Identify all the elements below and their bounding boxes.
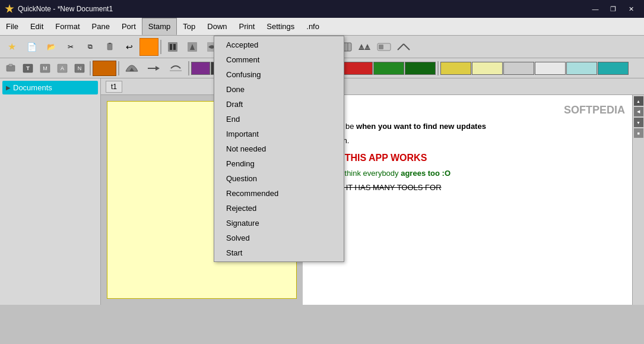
open-button[interactable]: 📂 <box>42 38 61 56</box>
undo-button[interactable]: ↩ <box>120 38 139 56</box>
svg-rect-4 <box>173 44 176 50</box>
menu-top[interactable]: Top <box>177 18 201 35</box>
sidebar: ▶ Documents <box>0 78 101 305</box>
right-sidebar-item4[interactable]: ■ <box>634 128 643 138</box>
stamp-rejected[interactable]: Rejected <box>214 201 344 216</box>
svg-marker-39 <box>156 66 160 71</box>
tb2-btn1[interactable] <box>2 59 19 77</box>
tb-right7[interactable] <box>375 38 394 56</box>
swatch-white-gray[interactable] <box>535 62 566 75</box>
svg-line-26 <box>404 44 410 50</box>
swatch-purple[interactable] <box>191 62 210 75</box>
content-area: t1 SOFTPEDIA e place to be when you want… <box>101 78 644 305</box>
menu-bar: File Edit Format Pane Port Stamp Top Dow… <box>0 18 644 36</box>
swatch-light-gray[interactable] <box>503 62 534 75</box>
tb2-btn2[interactable]: T <box>20 59 36 77</box>
menu-format[interactable]: Format <box>49 18 85 35</box>
sidebar-item-documents-label: Documents <box>13 83 52 92</box>
stamp-draft[interactable]: Draft <box>214 97 344 112</box>
menu-file[interactable]: File <box>0 18 24 35</box>
tab-label[interactable]: t1 <box>106 81 122 93</box>
toolbar-sep1 <box>160 40 161 54</box>
document-area: SOFTPEDIA e place to be when you want to… <box>101 95 644 305</box>
tb2-arrow2[interactable] <box>143 59 164 77</box>
menu-stamp[interactable]: Stamp <box>142 18 177 35</box>
stamp-dropdown: Accepted Comment Confusing Done Draft En… <box>214 36 344 262</box>
tb-btn1[interactable] <box>163 38 182 56</box>
stamp-question[interactable]: Question <box>214 171 344 186</box>
right-sidebar-item1[interactable]: ▲ <box>634 96 643 106</box>
stamp-done[interactable]: Done <box>214 82 344 97</box>
swatch-dark-green[interactable] <box>405 62 436 75</box>
sidebar-item-documents[interactable]: ▶ Documents <box>2 81 98 94</box>
softpedia-watermark: SOFTPEDIA <box>310 102 625 118</box>
title-bar-text: QuickNote - *New Document1 <box>18 5 113 13</box>
tb2-arrow3[interactable] <box>165 59 186 77</box>
stamp-menu: Accepted Comment Confusing Done Draft En… <box>214 36 344 262</box>
color-btn-orange[interactable] <box>139 38 158 56</box>
svg-rect-28 <box>9 64 12 67</box>
right-sidebar: ▲ ◀ ▼ ■ <box>632 95 644 305</box>
stamp-end[interactable]: End <box>214 112 344 127</box>
tb2-arrow1[interactable] <box>121 59 142 77</box>
expand-icon: ▶ <box>6 84 11 91</box>
svg-marker-20 <box>364 44 370 50</box>
cut-button[interactable]: ✂ <box>61 38 80 56</box>
swatch-red[interactable] <box>342 62 373 75</box>
tb2-btn3[interactable]: M <box>37 59 53 77</box>
tb2-sep3 <box>188 61 189 75</box>
menu-pane[interactable]: Pane <box>86 18 116 35</box>
copy-button[interactable]: ⧉ <box>81 38 100 56</box>
svg-rect-2 <box>168 42 177 52</box>
svg-rect-1 <box>109 43 111 44</box>
doc-text-area[interactable]: SOFTPEDIA e place to be when you want to… <box>303 95 632 305</box>
swatch-light-yellow[interactable] <box>472 62 503 75</box>
menu-settings[interactable]: Settings <box>261 18 300 35</box>
menu-info[interactable]: .nfo <box>300 18 325 35</box>
tb-right8[interactable] <box>394 38 413 56</box>
stamp-accepted[interactable]: Accepted <box>214 37 344 52</box>
tb2-btn5[interactable]: N <box>71 59 88 77</box>
menu-down[interactable]: Down <box>201 18 233 35</box>
swatch-teal[interactable] <box>598 62 629 75</box>
menu-print[interactable]: Print <box>233 18 261 35</box>
right-sidebar-item3[interactable]: ▼ <box>634 118 643 127</box>
svg-rect-0 <box>107 43 112 50</box>
swatch-yellow[interactable] <box>440 62 471 75</box>
paste-button[interactable] <box>100 38 119 56</box>
svg-text:A: A <box>61 65 64 71</box>
tb-btn2[interactable] <box>183 38 202 56</box>
tb2-sep2 <box>118 61 119 75</box>
stamp-not-needed[interactable]: Not needed <box>214 141 344 156</box>
menu-port[interactable]: Port <box>116 18 142 35</box>
app-icon <box>5 4 14 14</box>
minimize-button[interactable]: — <box>587 3 604 15</box>
stamp-signature[interactable]: Signature <box>214 216 344 231</box>
swatch-cyan-light[interactable] <box>566 62 597 75</box>
svg-rect-3 <box>170 44 172 50</box>
right-sidebar-item2[interactable]: ◀ <box>634 107 643 116</box>
new-doc-button[interactable]: 📄 <box>22 38 41 56</box>
doc-line-last: T ... <box>310 195 625 207</box>
menu-edit[interactable]: Edit <box>24 18 49 35</box>
svg-text:N: N <box>78 65 82 71</box>
tb-right6[interactable] <box>355 38 374 56</box>
tb2-btn4[interactable]: A <box>54 59 71 77</box>
stamp-important[interactable]: Important <box>214 127 344 141</box>
title-bar: QuickNote - *New Document1 — ❐ ✕ <box>0 0 644 18</box>
stamp-solved[interactable]: Solved <box>214 231 344 245</box>
stamp-pending[interactable]: Pending <box>214 156 344 171</box>
doc-heading: E HOW THIS APP WORKS <box>310 151 625 165</box>
content-header: t1 <box>101 78 644 95</box>
tb2-color1[interactable] <box>93 61 116 76</box>
svg-text:T: T <box>26 65 30 71</box>
svg-line-25 <box>398 44 404 50</box>
stamp-confusing[interactable]: Confusing <box>214 67 344 82</box>
swatch-green[interactable] <box>373 62 404 75</box>
stamp-comment[interactable]: Comment <box>214 52 344 67</box>
close-button[interactable]: ✕ <box>623 3 639 15</box>
star-button[interactable]: ★ <box>2 38 21 56</box>
maximize-button[interactable]: ❐ <box>605 3 621 15</box>
stamp-start[interactable]: Start <box>214 245 344 260</box>
stamp-recommended[interactable]: Recommended <box>214 186 344 201</box>
